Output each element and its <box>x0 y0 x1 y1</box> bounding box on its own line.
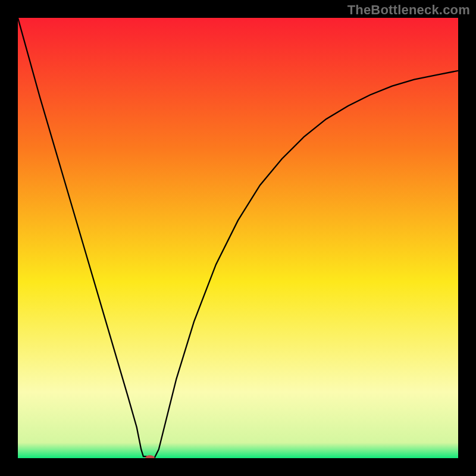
plot-area <box>18 18 458 458</box>
watermark-text: TheBottleneck.com <box>347 2 470 18</box>
chart-stage: TheBottleneck.com <box>0 0 476 476</box>
minimum-marker <box>145 455 155 458</box>
bottleneck-curve <box>18 18 458 458</box>
